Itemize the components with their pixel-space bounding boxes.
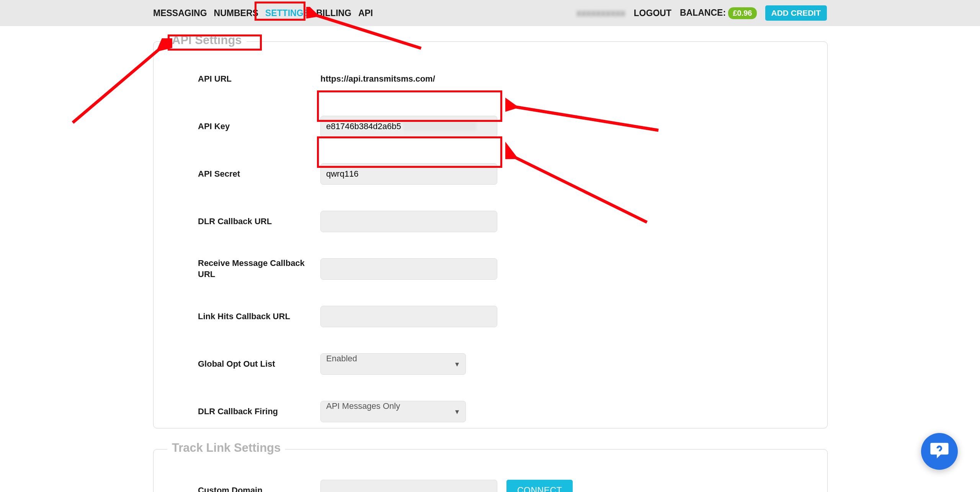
add-credit-button[interactable]: ADD CREDIT	[765, 5, 827, 21]
linkhits-callback-input[interactable]	[320, 306, 497, 327]
track-link-form: Custom Domain CONNECT	[198, 477, 812, 492]
global-optout-select[interactable]: Enabled	[320, 353, 466, 375]
row-api-key: API Key e81746b384d2a6b5	[198, 113, 812, 140]
nav-api[interactable]: API	[358, 8, 373, 18]
topbar: MESSAGING NUMBERS SETTINGS BILLING API x…	[0, 0, 980, 26]
nav-messaging[interactable]: MESSAGING	[153, 8, 207, 18]
connect-button[interactable]: CONNECT	[506, 480, 573, 492]
row-linkhits-callback: Link Hits Callback URL	[198, 303, 812, 330]
row-custom-domain: Custom Domain CONNECT	[198, 477, 812, 492]
api-key-visible: e81746b384d2a6b5	[326, 121, 401, 131]
row-receive-callback: Receive Message Callback URL	[198, 256, 812, 282]
nav-right-group: xxxxxxxxxx LOGOUT BALANCE: £0.96 ADD CRE…	[577, 0, 827, 26]
dlr-callback-label: DLR Callback URL	[198, 216, 320, 227]
custom-domain-input[interactable]	[320, 480, 497, 492]
chat-help-icon	[929, 440, 950, 462]
balance-label: BALANCE:	[680, 8, 726, 18]
nav-left-group: MESSAGING NUMBERS SETTINGS BILLING API	[153, 0, 373, 26]
dlr-callback-input[interactable]	[320, 211, 497, 232]
api-key-input[interactable]: e81746b384d2a6b5	[320, 116, 497, 137]
dlr-firing-select[interactable]: API Messages Only	[320, 401, 466, 422]
global-optout-select-wrap[interactable]: Enabled	[320, 353, 466, 375]
nav-billing[interactable]: BILLING	[316, 8, 351, 18]
dlr-firing-select-wrap[interactable]: API Messages Only	[320, 401, 466, 422]
row-api-secret: API Secret	[198, 161, 812, 187]
api-settings-legend: API Settings	[167, 33, 247, 47]
logout-link[interactable]: LOGOUT	[634, 8, 671, 18]
api-key-label: API Key	[198, 121, 320, 132]
api-settings-card: API Settings API URL https://api.transmi…	[153, 41, 828, 428]
api-secret-input[interactable]	[320, 163, 497, 185]
track-link-card: Track Link Settings Custom Domain CONNEC…	[153, 449, 828, 492]
api-settings-form: API URL https://api.transmitsms.com/ API…	[198, 66, 812, 446]
api-secret-label: API Secret	[198, 169, 320, 180]
custom-domain-label: Custom Domain	[198, 485, 320, 492]
api-url-label: API URL	[198, 74, 320, 85]
account-name-redacted: xxxxxxxxxx	[577, 8, 626, 18]
row-dlr-callback: DLR Callback URL	[198, 208, 812, 235]
row-api-url: API URL https://api.transmitsms.com/	[198, 66, 812, 92]
row-global-optout: Global Opt Out List Enabled	[198, 351, 812, 377]
row-dlr-firing: DLR Callback Firing API Messages Only	[198, 398, 812, 425]
svg-line-1	[73, 48, 161, 123]
track-link-legend: Track Link Settings	[167, 441, 285, 455]
nav-settings[interactable]: SETTINGS	[265, 8, 309, 18]
api-key-masked	[403, 122, 476, 131]
receive-callback-label: Receive Message Callback URL	[198, 258, 320, 280]
api-url-value: https://api.transmitsms.com/	[320, 74, 435, 84]
balance-group: BALANCE: £0.96	[680, 7, 757, 19]
global-optout-label: Global Opt Out List	[198, 359, 320, 370]
nav-numbers[interactable]: NUMBERS	[214, 8, 258, 18]
balance-badge: £0.96	[728, 7, 756, 19]
dlr-firing-label: DLR Callback Firing	[198, 406, 320, 417]
linkhits-callback-label: Link Hits Callback URL	[198, 311, 320, 322]
help-chat-button[interactable]	[921, 433, 958, 470]
receive-callback-input[interactable]	[320, 258, 497, 280]
